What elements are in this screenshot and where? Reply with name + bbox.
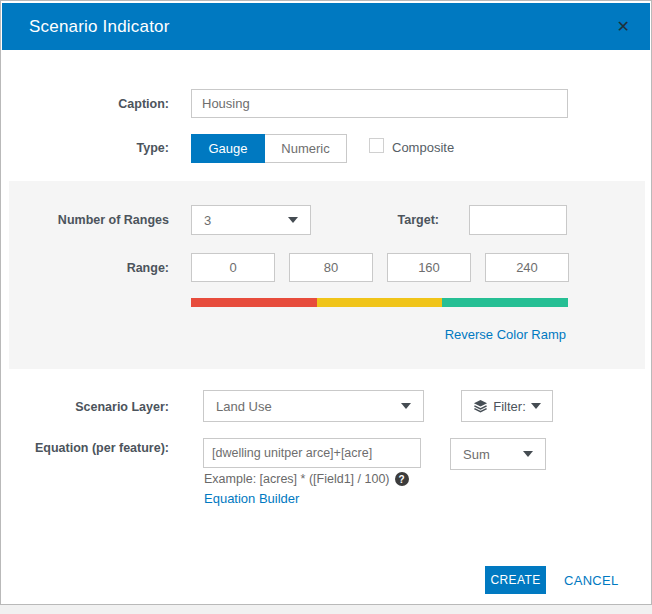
scenario-layer-dropdown[interactable]: Land Use: [203, 390, 424, 422]
cancel-button[interactable]: CANCEL: [564, 573, 619, 588]
number-of-ranges-dropdown[interactable]: 3: [191, 205, 311, 235]
help-icon[interactable]: ?: [395, 472, 409, 486]
reverse-color-ramp-link[interactable]: Reverse Color Ramp: [445, 327, 566, 342]
caption-label: Caption:: [21, 97, 169, 112]
chevron-down-icon: [531, 403, 541, 409]
color-ramp: [191, 298, 568, 307]
close-icon[interactable]: ✕: [611, 3, 636, 50]
filter-label: Filter:: [493, 399, 526, 414]
ramp-segment-red: [191, 298, 317, 307]
target-input[interactable]: [469, 205, 567, 235]
range-input-2[interactable]: [289, 253, 373, 282]
composite-label: Composite: [392, 140, 454, 155]
range-input-1[interactable]: [191, 253, 275, 282]
scenario-indicator-dialog: Scenario Indicator ✕ Caption: Type: Gaug…: [0, 0, 652, 605]
range-input-3[interactable]: [387, 253, 471, 282]
equation-builder-link[interactable]: Equation Builder: [204, 491, 299, 506]
scenario-layer-label: Scenario Layer:: [21, 400, 169, 415]
scenario-layer-value: Land Use: [216, 399, 401, 414]
composite-checkbox[interactable]: [369, 138, 384, 153]
equation-label: Equation (per feature):: [21, 441, 169, 456]
chevron-down-icon: [401, 403, 411, 409]
layers-icon: [473, 399, 488, 414]
target-label: Target:: [311, 213, 439, 228]
range-label: Range:: [21, 261, 169, 276]
aggregation-dropdown[interactable]: Sum: [450, 438, 546, 470]
create-button[interactable]: CREATE: [485, 566, 546, 594]
aggregation-value: Sum: [463, 447, 523, 462]
ramp-segment-yellow: [317, 298, 443, 307]
equation-input[interactable]: [203, 438, 421, 468]
dialog-header: Scenario Indicator ✕: [2, 3, 650, 50]
type-label: Type:: [21, 141, 169, 156]
chevron-down-icon: [288, 217, 298, 223]
range-input-4[interactable]: [485, 253, 569, 282]
type-gauge-button[interactable]: Gauge: [191, 134, 265, 163]
caption-input[interactable]: [191, 89, 568, 118]
chevron-down-icon: [523, 451, 533, 457]
dialog-title: Scenario Indicator: [2, 17, 170, 37]
ramp-segment-green: [442, 298, 568, 307]
filter-button[interactable]: Filter:: [461, 390, 553, 422]
equation-example-text: Example: [acres] * ([Field1] / 100): [204, 472, 390, 486]
number-of-ranges-value: 3: [204, 213, 288, 228]
number-of-ranges-label: Number of Ranges: [21, 213, 169, 228]
type-numeric-button[interactable]: Numeric: [265, 134, 347, 163]
